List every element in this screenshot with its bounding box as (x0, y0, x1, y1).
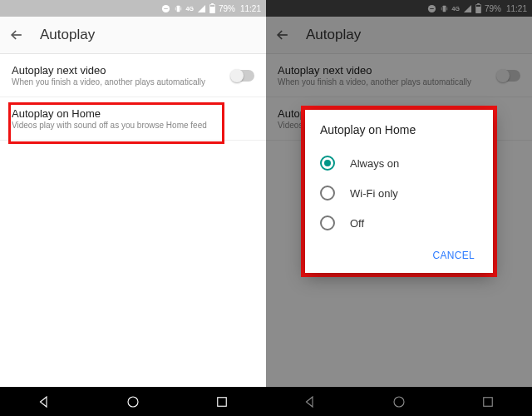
svg-rect-3 (175, 7, 175, 10)
svg-rect-4 (180, 7, 181, 10)
setting-title: Autoplay on Home (12, 107, 254, 120)
setting-autoplay-next[interactable]: Autoplay next video When you finish a vi… (0, 54, 266, 97)
svg-point-8 (128, 397, 138, 407)
phone-left: 4G 79% 11:21 Autoplay Autoplay next vide… (0, 0, 266, 416)
cancel-button[interactable]: CANCEL (430, 245, 478, 266)
annotation-highlight: Autoplay on Home Always on Wi-Fi only Of… (301, 106, 497, 277)
option-wifi-only[interactable]: Wi-Fi only (320, 178, 478, 208)
option-always-on[interactable]: Always on (320, 148, 478, 178)
svg-rect-9 (217, 397, 226, 406)
vibrate-icon (174, 4, 183, 13)
option-off[interactable]: Off (320, 208, 478, 238)
toggle-switch[interactable] (231, 70, 254, 82)
svg-rect-7 (210, 5, 214, 7)
back-button[interactable] (8, 27, 25, 43)
svg-rect-2 (176, 5, 180, 11)
clock: 11:21 (240, 4, 261, 13)
nav-bar (0, 387, 266, 416)
setting-subtitle: Videos play with sound off as you browse… (12, 121, 254, 130)
option-label: Always on (350, 157, 399, 170)
signal-icon (197, 4, 206, 13)
nav-back-button[interactable] (37, 394, 52, 409)
setting-subtitle: When you finish a video, another plays a… (12, 77, 231, 87)
setting-autoplay-home[interactable]: Autoplay on Home Videos play with sound … (0, 97, 266, 141)
dialog-highlight-wrap: Autoplay on Home Always on Wi-Fi only Of… (301, 106, 497, 277)
phone-right: 4G 79% 11:21 Autoplay Autoplay next vide… (266, 0, 532, 416)
battery-percent: 79% (219, 4, 235, 13)
nav-recents-button[interactable] (214, 394, 229, 409)
autoplay-home-dialog: Autoplay on Home Always on Wi-Fi only Of… (305, 110, 493, 273)
radio-icon (320, 215, 335, 230)
radio-icon (320, 156, 335, 171)
option-label: Off (350, 217, 364, 230)
status-bar: 4G 79% 11:21 (0, 0, 266, 17)
network-icon: 4G (186, 6, 194, 12)
nav-home-button[interactable] (126, 394, 140, 409)
dnd-icon (161, 4, 170, 13)
content-area: Autoplay next video When you finish a vi… (0, 54, 266, 387)
radio-icon (320, 186, 335, 201)
app-toolbar: Autoplay (0, 17, 266, 54)
page-title: Autoplay (40, 27, 95, 43)
battery-icon (209, 3, 215, 13)
svg-rect-1 (164, 8, 168, 9)
setting-title: Autoplay next video (12, 64, 231, 77)
option-label: Wi-Fi only (350, 187, 398, 200)
dialog-title: Autoplay on Home (320, 123, 478, 136)
svg-rect-5 (211, 3, 214, 4)
